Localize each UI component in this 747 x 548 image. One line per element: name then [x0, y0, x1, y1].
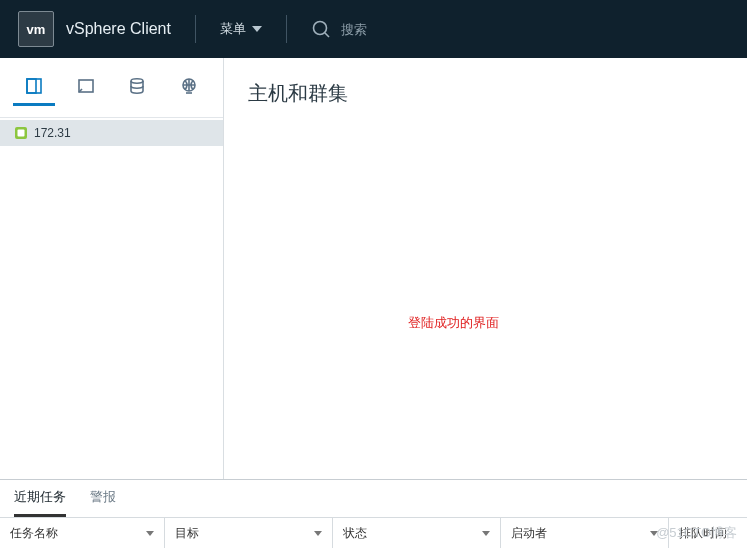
svg-rect-2 [27, 79, 41, 93]
search-input[interactable] [341, 22, 461, 37]
column-header[interactable]: 目标 [165, 518, 333, 548]
tab-alarms[interactable]: 警报 [90, 480, 116, 517]
page-title: 主机和群集 [248, 80, 723, 107]
svg-point-0 [313, 22, 326, 35]
svg-rect-3 [27, 79, 36, 93]
vms-templates-tab-icon[interactable] [65, 70, 107, 106]
divider [195, 15, 196, 43]
storage-tab-icon[interactable] [116, 70, 158, 106]
bottom-panel: 近期任务 警报 任务名称目标状态启动者排队时间 [0, 479, 747, 548]
watermark: @51CTO博客 [656, 524, 737, 542]
column-label: 目标 [175, 525, 199, 542]
vmware-logo: vm [18, 11, 54, 47]
network-tab-icon[interactable] [168, 70, 210, 106]
brand-label: vSphere Client [66, 20, 171, 38]
tab-recent-tasks[interactable]: 近期任务 [14, 480, 66, 517]
divider [286, 15, 287, 43]
menu-label: 菜单 [220, 20, 246, 38]
chevron-down-icon [482, 531, 490, 536]
bottom-tabs: 近期任务 警报 [0, 480, 747, 518]
content-pane: 主机和群集 登陆成功的界面 [224, 58, 747, 479]
sidebar: 172.31 [0, 58, 224, 479]
hosts-clusters-tab-icon[interactable] [13, 70, 55, 106]
main-area: 172.31 主机和群集 登陆成功的界面 [0, 58, 747, 479]
tree-item-label: 172.31 [34, 126, 71, 140]
vcenter-icon [14, 126, 28, 140]
column-label: 启动者 [511, 525, 547, 542]
tree-item-host[interactable]: 172.31 [0, 120, 223, 146]
chevron-down-icon [314, 531, 322, 536]
column-header[interactable]: 任务名称 [0, 518, 165, 548]
chevron-down-icon [146, 531, 154, 536]
column-header[interactable]: 启动者 [501, 518, 669, 548]
column-label: 任务名称 [10, 525, 58, 542]
chevron-down-icon [252, 26, 262, 32]
search-group [311, 19, 461, 39]
svg-line-1 [325, 33, 329, 37]
inventory-tree: 172.31 [0, 118, 223, 146]
task-columns-row: 任务名称目标状态启动者排队时间 [0, 518, 747, 548]
search-icon [311, 19, 331, 39]
svg-point-5 [131, 79, 143, 83]
top-bar: vm vSphere Client 菜单 [0, 0, 747, 58]
menu-button[interactable]: 菜单 [220, 20, 262, 38]
column-label: 状态 [343, 525, 367, 542]
annotation-text: 登陆成功的界面 [408, 314, 499, 332]
column-header[interactable]: 状态 [333, 518, 501, 548]
svg-rect-9 [18, 130, 25, 137]
inventory-tabs [0, 58, 223, 118]
